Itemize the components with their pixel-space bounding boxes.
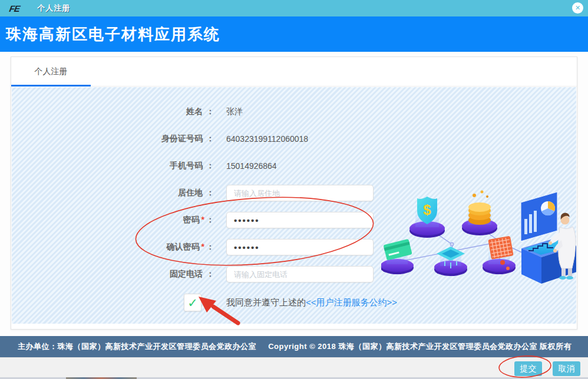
confirm-password-input[interactable] — [226, 239, 374, 255]
landline-label: 固定电话： — [12, 269, 214, 280]
cancel-button[interactable]: 取消 — [553, 361, 580, 376]
id-number-value: 640323199112060018 — [226, 134, 308, 144]
form-row-confirm-password: 确认密码*： — [12, 239, 576, 255]
form-row-residence: 居住地： — [12, 185, 576, 201]
tab-bar: 个人注册 — [11, 57, 577, 87]
footer-bar: 主办单位：珠海（国家）高新技术产业开发区管理委员会党政办公室 Copyright… — [0, 336, 588, 357]
window-titlebar: FE 个人注册 ✕ — [0, 0, 588, 16]
tab-personal-registration[interactable]: 个人注册 — [11, 57, 91, 87]
footer-organizer: 主办单位：珠海（国家）高新技术产业开发区管理委员会党政办公室 — [0, 341, 256, 352]
form-row-agreement: ✓ 我同意并遵守上述的<<用户注册服务公约>> — [12, 293, 576, 312]
system-header: 珠海高新区电子材料应用系统 — [0, 16, 588, 52]
residence-label: 居住地： — [12, 188, 214, 198]
name-value: 张洋 — [226, 107, 243, 117]
form-row-id-number: 身份证号码： 640323199112060018 — [12, 131, 576, 147]
mobile-value: 15014926864 — [226, 161, 277, 171]
password-input[interactable] — [226, 212, 374, 228]
registration-page: FE 个人注册 ✕ 珠海高新区电子材料应用系统 个人注册 — [0, 0, 588, 379]
form-row-name: 姓名： 张洋 — [12, 104, 576, 120]
close-icon[interactable]: ✕ — [572, 2, 583, 14]
agreement-link[interactable]: <<用户注册服务公约>> — [306, 297, 397, 308]
form-row-password: 密码*： — [12, 212, 576, 228]
mobile-label: 手机号码： — [12, 161, 214, 171]
fe-logo: FE — [9, 4, 21, 14]
agreement-checkbox[interactable]: ✓ — [184, 294, 201, 311]
name-label: 姓名： — [12, 107, 214, 117]
window-title: 个人注册 — [37, 3, 70, 14]
registration-form: $ — [12, 87, 576, 324]
form-row-landline: 固定电话： — [12, 266, 576, 282]
registration-card: 个人注册 — [11, 56, 577, 330]
residence-input[interactable] — [226, 185, 374, 201]
confirm-password-label: 确认密码*： — [12, 242, 214, 252]
form-row-mobile: 手机号码： 15014926864 — [12, 158, 576, 174]
action-bar: 提交 取消 — [0, 357, 588, 377]
id-number-label: 身份证号码： — [12, 134, 214, 144]
submit-button[interactable]: 提交 — [514, 361, 542, 376]
landline-input[interactable] — [226, 266, 374, 282]
page-title: 珠海高新区电子材料应用系统 — [0, 16, 588, 52]
footer-copyright: Copyright © 2018 珠海（国家）高新技术产业开发区管理委员会党政办… — [268, 341, 588, 352]
agreement-text: 我同意并遵守上述的 — [226, 297, 306, 308]
check-icon: ✓ — [187, 297, 198, 309]
password-label: 密码*： — [12, 215, 214, 225]
